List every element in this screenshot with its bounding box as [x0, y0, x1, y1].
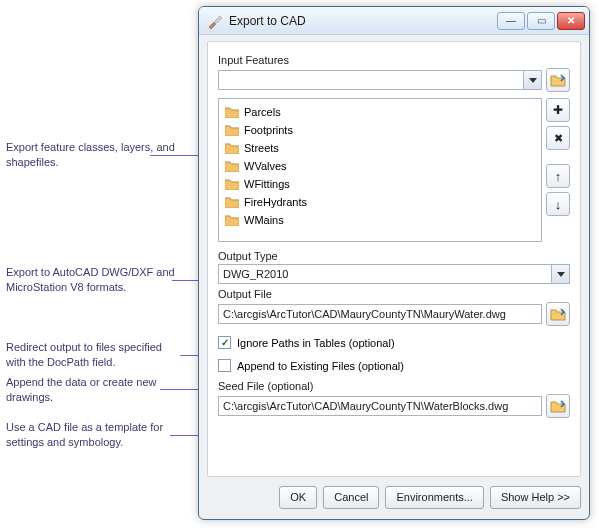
- move-down-button[interactable]: [546, 192, 570, 216]
- environments-button[interactable]: Environments...: [385, 486, 483, 509]
- list-item-label: WValves: [244, 160, 287, 172]
- input-features-list[interactable]: ParcelsFootprintsStreetsWValvesWFittings…: [218, 98, 542, 242]
- list-item[interactable]: FireHydrants: [223, 193, 537, 211]
- append-label: Append to Existing Files (optional): [237, 360, 404, 372]
- append-checkbox[interactable]: [218, 359, 231, 372]
- featureclass-icon: [225, 124, 239, 136]
- ignore-paths-label: Ignore Paths in Tables (optional): [237, 337, 395, 349]
- list-item-label: Streets: [244, 142, 279, 154]
- label-output-type: Output Type: [218, 250, 570, 262]
- list-item-label: WMains: [244, 214, 284, 226]
- titlebar: Export to CAD — ▭ ✕: [199, 7, 589, 35]
- label-input-features: Input Features: [218, 54, 570, 66]
- featureclass-icon: [225, 160, 239, 172]
- close-button[interactable]: ✕: [557, 12, 585, 30]
- browse-input-button[interactable]: [546, 68, 570, 92]
- show-help-button[interactable]: Show Help >>: [490, 486, 581, 509]
- window-title: Export to CAD: [229, 14, 497, 28]
- browse-seed-button[interactable]: [546, 394, 570, 418]
- featureclass-icon: [225, 196, 239, 208]
- seed-file-field[interactable]: C:\arcgis\ArcTutor\CAD\MauryCountyTN\Wat…: [218, 396, 542, 416]
- maximize-button[interactable]: ▭: [527, 12, 555, 30]
- dialog-footer: OK Cancel Environments... Show Help >>: [207, 483, 581, 511]
- featureclass-icon: [225, 214, 239, 226]
- annotation-output-type: Export to AutoCAD DWG/DXF and MicroStati…: [6, 265, 181, 295]
- ok-button[interactable]: OK: [279, 486, 317, 509]
- list-item[interactable]: Streets: [223, 139, 537, 157]
- ignore-paths-row: Ignore Paths in Tables (optional): [218, 336, 570, 349]
- export-to-cad-dialog: Export to CAD — ▭ ✕ Input Features Parce…: [198, 6, 590, 520]
- list-item[interactable]: WValves: [223, 157, 537, 175]
- label-output-file: Output File: [218, 288, 570, 300]
- list-item[interactable]: WMains: [223, 211, 537, 229]
- dialog-body: Input Features ParcelsFootprintsStreetsW…: [207, 41, 581, 477]
- annotation-docpath: Redirect output to files specified with …: [6, 340, 181, 370]
- ignore-paths-checkbox[interactable]: [218, 336, 231, 349]
- label-seed-file: Seed File (optional): [218, 380, 570, 392]
- annotation-append: Append the data or create new drawings.: [6, 375, 181, 405]
- output-type-combo[interactable]: DWG_R2010: [218, 264, 570, 284]
- featureclass-icon: [225, 106, 239, 118]
- cancel-button[interactable]: Cancel: [323, 486, 379, 509]
- chevron-down-icon[interactable]: [523, 71, 541, 89]
- list-item-label: WFittings: [244, 178, 290, 190]
- list-item-label: FireHydrants: [244, 196, 307, 208]
- minimize-button[interactable]: —: [497, 12, 525, 30]
- list-item[interactable]: Footprints: [223, 121, 537, 139]
- combo-value: DWG_R2010: [223, 268, 288, 280]
- annotation-seed: Use a CAD file as a template for setting…: [6, 420, 181, 450]
- input-features-combo[interactable]: [218, 70, 542, 90]
- chevron-down-icon[interactable]: [551, 265, 569, 283]
- list-item[interactable]: Parcels: [223, 103, 537, 121]
- output-file-field[interactable]: C:\arcgis\ArcTutor\CAD\MauryCountyTN\Mau…: [218, 304, 542, 324]
- featureclass-icon: [225, 142, 239, 154]
- remove-button[interactable]: [546, 126, 570, 150]
- add-button[interactable]: [546, 98, 570, 122]
- list-item[interactable]: WFittings: [223, 175, 537, 193]
- tool-icon: [207, 13, 223, 29]
- list-item-label: Parcels: [244, 106, 281, 118]
- append-row: Append to Existing Files (optional): [218, 359, 570, 372]
- featureclass-icon: [225, 178, 239, 190]
- move-up-button[interactable]: [546, 164, 570, 188]
- browse-output-button[interactable]: [546, 302, 570, 326]
- list-item-label: Footprints: [244, 124, 293, 136]
